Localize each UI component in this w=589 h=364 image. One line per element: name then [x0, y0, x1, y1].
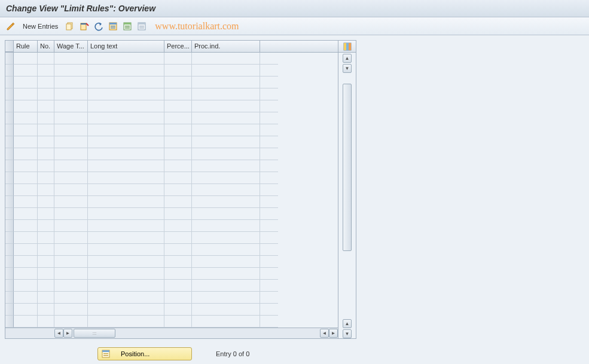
cell-perce[interactable] — [164, 53, 192, 65]
cell-wage[interactable] — [54, 256, 88, 268]
cell-last[interactable] — [260, 148, 278, 160]
hscroll-right2-button[interactable]: ► — [329, 329, 338, 338]
row-selector[interactable] — [5, 220, 14, 232]
cell-wage[interactable] — [54, 124, 88, 136]
position-button[interactable]: Position... — [97, 347, 192, 360]
cell-long[interactable] — [88, 208, 164, 220]
row-selector[interactable] — [5, 53, 14, 65]
cell-no[interactable] — [38, 280, 54, 292]
row-selector[interactable] — [5, 268, 14, 280]
hscroll-left-button[interactable]: ◄ — [54, 329, 63, 338]
cell-last[interactable] — [260, 220, 278, 232]
cell-perce[interactable] — [164, 256, 192, 268]
cell-proc[interactable] — [192, 220, 260, 232]
hscroll-left2-button[interactable]: ◄ — [320, 329, 329, 338]
cell-no[interactable] — [38, 244, 54, 256]
table-row[interactable] — [5, 196, 338, 208]
cell-wage[interactable] — [54, 268, 88, 280]
row-selector[interactable] — [5, 148, 14, 160]
cell-proc[interactable] — [192, 268, 260, 280]
cell-wage[interactable] — [54, 100, 88, 112]
hscroll-track[interactable]: ::: — [74, 329, 319, 338]
cell-perce[interactable] — [164, 100, 192, 112]
cell-wage[interactable] — [54, 232, 88, 244]
cell-long[interactable] — [88, 268, 164, 280]
cell-wage[interactable] — [54, 136, 88, 148]
cell-last[interactable] — [260, 304, 278, 316]
row-selector[interactable] — [5, 100, 14, 112]
cell-long[interactable] — [88, 304, 164, 316]
cell-no[interactable] — [38, 136, 54, 148]
cell-wage[interactable] — [54, 160, 88, 172]
row-selector[interactable] — [5, 244, 14, 256]
cell-long[interactable] — [88, 292, 164, 304]
cell-long[interactable] — [88, 148, 164, 160]
col-header-perce[interactable]: Perce... — [164, 41, 192, 52]
table-row[interactable] — [5, 268, 338, 280]
table-row[interactable] — [5, 124, 338, 136]
cell-no[interactable] — [38, 112, 54, 124]
vscroll-down-button[interactable]: ▼ — [343, 329, 352, 338]
cell-proc[interactable] — [192, 184, 260, 196]
cell-wage[interactable] — [54, 316, 88, 328]
cell-proc[interactable] — [192, 100, 260, 112]
table-row[interactable] — [5, 112, 338, 124]
cell-perce[interactable] — [164, 124, 192, 136]
table-row[interactable] — [5, 280, 338, 292]
col-header-wage[interactable]: Wage T... — [54, 41, 88, 52]
cell-long[interactable] — [88, 112, 164, 124]
cell-perce[interactable] — [164, 244, 192, 256]
cell-proc[interactable] — [192, 124, 260, 136]
cell-perce[interactable] — [164, 304, 192, 316]
table-row[interactable] — [5, 172, 338, 184]
row-selector[interactable] — [5, 124, 14, 136]
cell-proc[interactable] — [192, 232, 260, 244]
cell-proc[interactable] — [192, 172, 260, 184]
cell-rule[interactable] — [14, 172, 38, 184]
cell-proc[interactable] — [192, 208, 260, 220]
cell-no[interactable] — [38, 184, 54, 196]
cell-perce[interactable] — [164, 196, 192, 208]
row-selector[interactable] — [5, 65, 14, 77]
table-row[interactable] — [5, 256, 338, 268]
select-block-icon[interactable] — [121, 20, 133, 32]
cell-proc[interactable] — [192, 304, 260, 316]
cell-last[interactable] — [260, 292, 278, 304]
cell-no[interactable] — [38, 53, 54, 65]
cell-proc[interactable] — [192, 244, 260, 256]
table-row[interactable] — [5, 232, 338, 244]
cell-proc[interactable] — [192, 280, 260, 292]
row-selector[interactable] — [5, 196, 14, 208]
cell-long[interactable] — [88, 280, 164, 292]
table-row[interactable] — [5, 208, 338, 220]
cell-rule[interactable] — [14, 112, 38, 124]
cell-long[interactable] — [88, 136, 164, 148]
col-header-proc[interactable]: Proc.ind. — [192, 41, 260, 52]
select-all-icon[interactable] — [107, 20, 119, 32]
cell-perce[interactable] — [164, 172, 192, 184]
cell-perce[interactable] — [164, 232, 192, 244]
cell-rule[interactable] — [14, 136, 38, 148]
cell-perce[interactable] — [164, 136, 192, 148]
cell-no[interactable] — [38, 148, 54, 160]
row-selector[interactable] — [5, 136, 14, 148]
cell-proc[interactable] — [192, 256, 260, 268]
cell-wage[interactable] — [54, 65, 88, 77]
cell-rule[interactable] — [14, 124, 38, 136]
cell-long[interactable] — [88, 196, 164, 208]
cell-rule[interactable] — [14, 65, 38, 77]
new-entries-button[interactable]: New Entries — [19, 22, 62, 31]
cell-last[interactable] — [260, 53, 278, 65]
deselect-all-icon[interactable] — [136, 20, 148, 32]
cell-wage[interactable] — [54, 172, 88, 184]
cell-perce[interactable] — [164, 280, 192, 292]
cell-wage[interactable] — [54, 208, 88, 220]
cell-rule[interactable] — [14, 196, 38, 208]
vscroll-pagedown-button[interactable]: ▲ — [343, 319, 352, 328]
cell-long[interactable] — [88, 316, 164, 328]
table-row[interactable] — [5, 136, 338, 148]
cell-rule[interactable] — [14, 256, 38, 268]
cell-long[interactable] — [88, 160, 164, 172]
cell-rule[interactable] — [14, 304, 38, 316]
cell-last[interactable] — [260, 124, 278, 136]
